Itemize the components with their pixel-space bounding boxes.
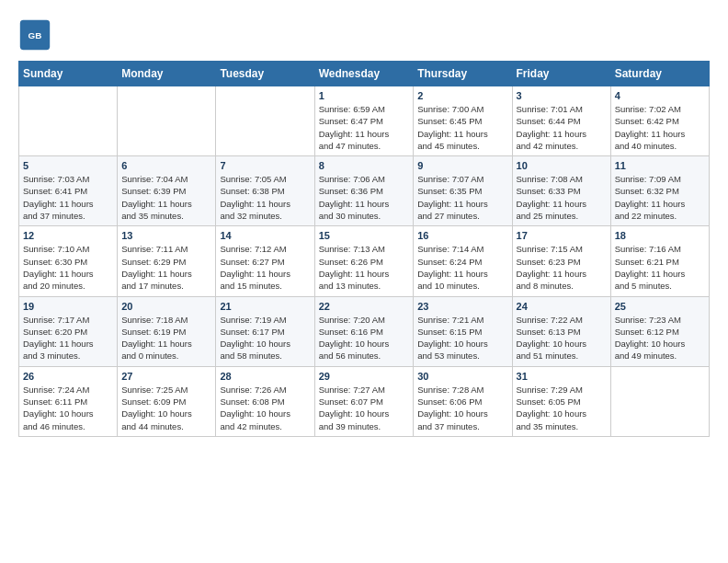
weekday-header-wednesday: Wednesday xyxy=(314,62,414,86)
day-info: Sunrise: 7:26 AMSunset: 6:08 PMDaylight:… xyxy=(220,384,310,432)
day-info: Sunrise: 7:18 AMSunset: 6:19 PMDaylight:… xyxy=(121,314,211,362)
day-cell: 2Sunrise: 7:00 AMSunset: 6:45 PMDaylight… xyxy=(414,86,512,156)
day-cell: 13Sunrise: 7:11 AMSunset: 6:29 PMDayligh… xyxy=(118,226,216,296)
day-info: Sunrise: 7:13 AMSunset: 6:26 PMDaylight:… xyxy=(319,243,410,292)
day-number: 8 xyxy=(319,160,410,171)
day-number: 24 xyxy=(517,301,607,312)
day-cell: 16Sunrise: 7:14 AMSunset: 6:24 PMDayligh… xyxy=(414,226,512,296)
day-number: 3 xyxy=(517,90,607,101)
day-info: Sunrise: 7:10 AMSunset: 6:30 PMDaylight:… xyxy=(23,243,113,292)
day-cell: 8Sunrise: 7:06 AMSunset: 6:36 PMDaylight… xyxy=(314,156,414,226)
day-info: Sunrise: 6:59 AMSunset: 6:47 PMDaylight:… xyxy=(319,103,410,152)
day-number: 30 xyxy=(417,371,507,382)
day-info: Sunrise: 7:04 AMSunset: 6:39 PMDaylight:… xyxy=(121,173,211,222)
day-number: 16 xyxy=(417,230,507,241)
day-number: 28 xyxy=(220,371,310,382)
day-number: 23 xyxy=(417,301,507,312)
day-number: 10 xyxy=(517,160,607,171)
day-info: Sunrise: 7:29 AMSunset: 6:05 PMDaylight:… xyxy=(517,384,607,432)
day-cell: 14Sunrise: 7:12 AMSunset: 6:27 PMDayligh… xyxy=(216,226,314,296)
calendar: SundayMondayTuesdayWednesdayThursdayFrid… xyxy=(18,61,710,437)
day-number: 19 xyxy=(23,301,113,312)
day-info: Sunrise: 7:21 AMSunset: 6:15 PMDaylight:… xyxy=(417,314,507,362)
weekday-header-row: SundayMondayTuesdayWednesdayThursdayFrid… xyxy=(19,62,710,86)
day-info: Sunrise: 7:16 AMSunset: 6:21 PMDaylight:… xyxy=(615,243,705,292)
weekday-header-sunday: Sunday xyxy=(19,62,118,86)
day-info: Sunrise: 7:25 AMSunset: 6:09 PMDaylight:… xyxy=(121,384,211,432)
week-row-2: 5Sunrise: 7:03 AMSunset: 6:41 PMDaylight… xyxy=(19,156,710,226)
day-cell: 7Sunrise: 7:05 AMSunset: 6:38 PMDaylight… xyxy=(216,156,314,226)
day-number: 29 xyxy=(319,371,410,382)
week-row-5: 26Sunrise: 7:24 AMSunset: 6:11 PMDayligh… xyxy=(19,366,710,436)
weekday-header-tuesday: Tuesday xyxy=(216,62,314,86)
day-cell: 22Sunrise: 7:20 AMSunset: 6:16 PMDayligh… xyxy=(314,296,414,366)
day-number: 25 xyxy=(615,301,705,312)
weekday-header-friday: Friday xyxy=(512,62,610,86)
day-number: 22 xyxy=(319,301,410,312)
logo: GB xyxy=(18,18,55,52)
day-number: 27 xyxy=(121,371,211,382)
day-cell xyxy=(610,366,709,436)
day-info: Sunrise: 7:07 AMSunset: 6:35 PMDaylight:… xyxy=(417,173,507,222)
day-info: Sunrise: 7:06 AMSunset: 6:36 PMDaylight:… xyxy=(319,173,410,222)
day-cell: 27Sunrise: 7:25 AMSunset: 6:09 PMDayligh… xyxy=(118,366,216,436)
day-number: 26 xyxy=(23,371,113,382)
day-info: Sunrise: 7:08 AMSunset: 6:33 PMDaylight:… xyxy=(517,173,607,222)
day-cell: 24Sunrise: 7:22 AMSunset: 6:13 PMDayligh… xyxy=(512,296,610,366)
day-cell xyxy=(118,86,216,156)
page-header: GB xyxy=(18,18,710,52)
day-cell: 28Sunrise: 7:26 AMSunset: 6:08 PMDayligh… xyxy=(216,366,314,436)
day-info: Sunrise: 7:15 AMSunset: 6:23 PMDaylight:… xyxy=(517,243,607,292)
day-cell: 12Sunrise: 7:10 AMSunset: 6:30 PMDayligh… xyxy=(19,226,118,296)
day-info: Sunrise: 7:17 AMSunset: 6:20 PMDaylight:… xyxy=(23,314,113,362)
day-info: Sunrise: 7:27 AMSunset: 6:07 PMDaylight:… xyxy=(319,384,410,432)
day-info: Sunrise: 7:24 AMSunset: 6:11 PMDaylight:… xyxy=(23,384,113,432)
day-cell: 5Sunrise: 7:03 AMSunset: 6:41 PMDaylight… xyxy=(19,156,118,226)
logo-icon: GB xyxy=(18,18,51,52)
day-number: 31 xyxy=(517,371,607,382)
day-cell: 31Sunrise: 7:29 AMSunset: 6:05 PMDayligh… xyxy=(512,366,610,436)
weekday-header-saturday: Saturday xyxy=(610,62,709,86)
day-cell xyxy=(19,86,118,156)
day-info: Sunrise: 7:00 AMSunset: 6:45 PMDaylight:… xyxy=(417,103,507,152)
day-info: Sunrise: 7:11 AMSunset: 6:29 PMDaylight:… xyxy=(121,243,211,292)
day-number: 20 xyxy=(121,301,211,312)
day-cell: 21Sunrise: 7:19 AMSunset: 6:17 PMDayligh… xyxy=(216,296,314,366)
day-cell: 15Sunrise: 7:13 AMSunset: 6:26 PMDayligh… xyxy=(314,226,414,296)
day-number: 7 xyxy=(220,160,310,171)
day-number: 18 xyxy=(615,230,705,241)
day-info: Sunrise: 7:28 AMSunset: 6:06 PMDaylight:… xyxy=(417,384,507,432)
day-cell: 20Sunrise: 7:18 AMSunset: 6:19 PMDayligh… xyxy=(118,296,216,366)
weekday-header-monday: Monday xyxy=(118,62,216,86)
day-number: 21 xyxy=(220,301,310,312)
day-cell: 23Sunrise: 7:21 AMSunset: 6:15 PMDayligh… xyxy=(414,296,512,366)
day-number: 6 xyxy=(121,160,211,171)
svg-text:GB: GB xyxy=(28,30,42,40)
day-cell: 1Sunrise: 6:59 AMSunset: 6:47 PMDaylight… xyxy=(314,86,414,156)
day-number: 4 xyxy=(615,90,705,101)
day-number: 2 xyxy=(417,90,507,101)
day-cell: 9Sunrise: 7:07 AMSunset: 6:35 PMDaylight… xyxy=(414,156,512,226)
day-cell: 10Sunrise: 7:08 AMSunset: 6:33 PMDayligh… xyxy=(512,156,610,226)
day-number: 15 xyxy=(319,230,410,241)
day-number: 12 xyxy=(23,230,113,241)
week-row-4: 19Sunrise: 7:17 AMSunset: 6:20 PMDayligh… xyxy=(19,296,710,366)
day-number: 17 xyxy=(517,230,607,241)
day-number: 11 xyxy=(615,160,705,171)
week-row-3: 12Sunrise: 7:10 AMSunset: 6:30 PMDayligh… xyxy=(19,226,710,296)
weekday-header-thursday: Thursday xyxy=(414,62,512,86)
day-info: Sunrise: 7:14 AMSunset: 6:24 PMDaylight:… xyxy=(417,243,507,292)
day-cell: 3Sunrise: 7:01 AMSunset: 6:44 PMDaylight… xyxy=(512,86,610,156)
week-row-1: 1Sunrise: 6:59 AMSunset: 6:47 PMDaylight… xyxy=(19,86,710,156)
day-number: 5 xyxy=(23,160,113,171)
day-cell: 29Sunrise: 7:27 AMSunset: 6:07 PMDayligh… xyxy=(314,366,414,436)
day-info: Sunrise: 7:19 AMSunset: 6:17 PMDaylight:… xyxy=(220,314,310,362)
day-cell: 11Sunrise: 7:09 AMSunset: 6:32 PMDayligh… xyxy=(610,156,709,226)
day-number: 14 xyxy=(220,230,310,241)
day-number: 1 xyxy=(319,90,410,101)
day-info: Sunrise: 7:23 AMSunset: 6:12 PMDaylight:… xyxy=(615,314,705,362)
day-info: Sunrise: 7:22 AMSunset: 6:13 PMDaylight:… xyxy=(517,314,607,362)
day-cell: 6Sunrise: 7:04 AMSunset: 6:39 PMDaylight… xyxy=(118,156,216,226)
day-cell: 25Sunrise: 7:23 AMSunset: 6:12 PMDayligh… xyxy=(610,296,709,366)
day-info: Sunrise: 7:12 AMSunset: 6:27 PMDaylight:… xyxy=(220,243,310,292)
